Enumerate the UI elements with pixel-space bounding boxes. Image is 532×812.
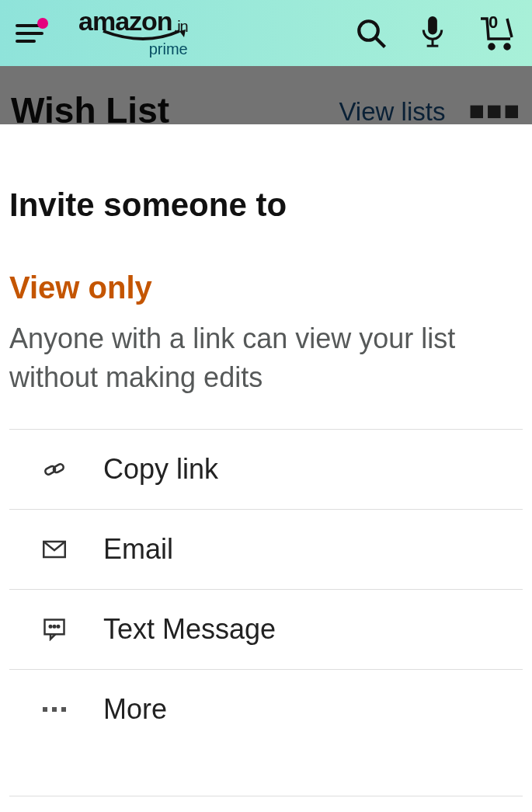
close-button[interactable] (487, 137, 516, 166)
share-option-label: Copy link (103, 453, 218, 486)
svg-point-6 (505, 44, 509, 49)
brand-subtext: prime (78, 40, 188, 58)
notification-dot-icon (37, 18, 48, 29)
mail-icon (40, 540, 68, 559)
sms-icon (40, 618, 68, 641)
svg-point-0 (359, 21, 378, 40)
more-icon (40, 706, 68, 713)
permission-description: Anyone with a link can view your list wi… (0, 305, 532, 429)
divider (9, 796, 523, 796)
permission-title: View only (0, 270, 532, 305)
mic-button[interactable] (419, 16, 447, 51)
share-option-copy-link[interactable]: Copy link (9, 430, 523, 510)
share-options-list: Copy link Email (9, 429, 523, 749)
share-option-more[interactable]: More (9, 670, 523, 749)
brand-logo[interactable]: amazon.in prime (78, 8, 188, 58)
more-menu-button[interactable]: ■■■ (468, 97, 521, 124)
svg-rect-10 (53, 463, 65, 474)
svg-rect-16 (43, 707, 47, 712)
svg-point-13 (50, 626, 52, 628)
share-option-email[interactable]: Email (9, 510, 523, 590)
cart-count: 0 (489, 12, 498, 33)
view-lists-link[interactable]: View lists (339, 97, 445, 127)
svg-rect-18 (61, 707, 66, 712)
top-app-bar: amazon.in prime (0, 0, 532, 66)
menu-button[interactable] (16, 24, 43, 43)
invite-sheet: Invite someone to View only Anyone with … (0, 124, 532, 812)
svg-line-1 (375, 37, 384, 47)
search-button[interactable] (355, 17, 388, 50)
share-option-text-message[interactable]: Text Message (9, 590, 523, 670)
brand-name: amazon (78, 8, 172, 34)
svg-rect-2 (428, 16, 437, 34)
svg-rect-17 (52, 707, 57, 712)
svg-point-14 (54, 626, 56, 628)
share-option-label: Email (103, 533, 173, 566)
svg-point-15 (57, 626, 60, 628)
cart-button[interactable]: 0 (478, 16, 516, 51)
sheet-title: Invite someone to (0, 186, 532, 270)
link-icon (40, 457, 68, 482)
svg-point-5 (489, 44, 494, 49)
share-option-label: More (103, 693, 167, 726)
share-option-label: Text Message (103, 613, 276, 646)
